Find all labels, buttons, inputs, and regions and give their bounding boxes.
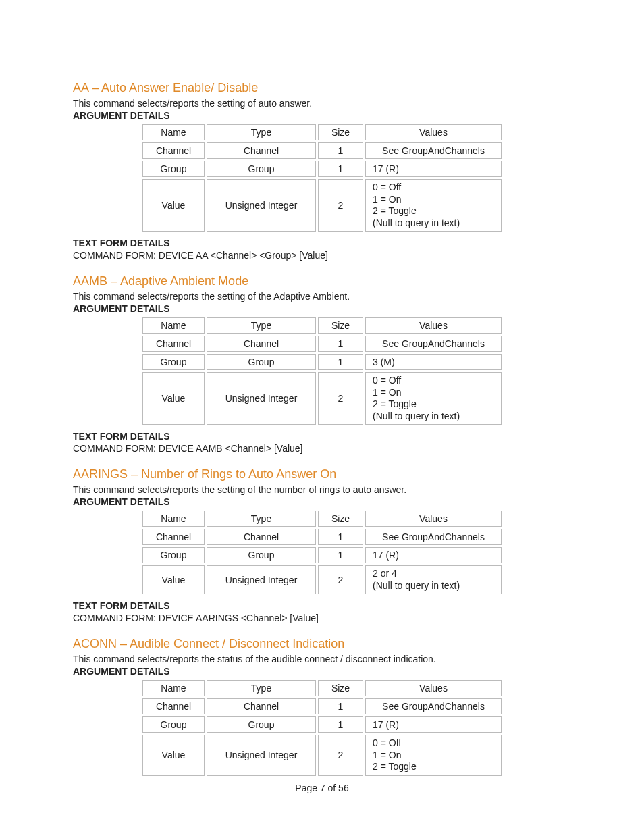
table-row: Channel Channel 1 See GroupAndChannels [142, 529, 502, 545]
cell-values: 2 or 4 (Null to query in text) [365, 565, 502, 594]
command-form-prefix: COMMAND FORM: [73, 613, 159, 623]
cell-values: See GroupAndChannels [365, 336, 502, 352]
cell-size: 2 [318, 565, 363, 594]
table-header-row: Name Type Size Values [142, 680, 502, 696]
th-type: Type [207, 680, 316, 696]
section-title: ACONN – Audible Connect / Disconnect Ind… [73, 637, 571, 651]
cell-values: 0 = Off 1 = On 2 = Toggle (Null to query… [365, 179, 502, 232]
cell-name: Value [142, 735, 205, 776]
table-row: Channel Channel 1 See GroupAndChannels [142, 698, 502, 714]
cell-values: See GroupAndChannels [365, 142, 502, 159]
argument-details-label: ARGUMENT DETAILS [73, 110, 571, 121]
cell-name: Channel [142, 698, 205, 714]
text-form-details-label: TEXT FORM DETAILS [73, 238, 571, 249]
argument-details-label: ARGUMENT DETAILS [73, 666, 571, 677]
argument-details-label: ARGUMENT DETAILS [73, 303, 571, 314]
cell-name: Group [142, 161, 205, 177]
argument-details-label: ARGUMENT DETAILS [73, 496, 571, 507]
cell-type: Channel [207, 142, 316, 159]
cell-size: 1 [318, 529, 363, 545]
cell-type: Channel [207, 336, 316, 352]
argument-table: Name Type Size Values Channel Channel 1 … [140, 315, 504, 427]
th-name: Name [142, 124, 205, 140]
table-row: Channel Channel 1 See GroupAndChannels [142, 336, 502, 352]
cell-name: Group [142, 354, 205, 370]
section-title: AAMB – Adaptive Ambient Mode [73, 274, 571, 288]
table-row: Value Unsigned Integer 2 0 = Off 1 = On … [142, 179, 502, 232]
cell-type: Channel [207, 529, 316, 545]
cell-name: Group [142, 547, 205, 563]
table-row: Group Group 1 17 (R) [142, 161, 502, 177]
cell-type: Group [207, 354, 316, 370]
table-row: Value Unsigned Integer 2 0 = Off 1 = On … [142, 735, 502, 776]
cell-type: Channel [207, 698, 316, 714]
cell-name: Value [142, 179, 205, 232]
command-form-prefix: COMMAND FORM: [73, 443, 159, 454]
cell-values: 17 (R) [365, 716, 502, 733]
argument-table: Name Type Size Values Channel Channel 1 … [140, 509, 504, 596]
cell-values: 17 (R) [365, 547, 502, 563]
cell-size: 2 [318, 372, 363, 425]
cell-values: 17 (R) [365, 161, 502, 177]
cell-values: 0 = Off 1 = On 2 = Toggle (Null to query… [365, 372, 502, 425]
section-aa: AA – Auto Answer Enable/ Disable This co… [73, 81, 571, 261]
th-type: Type [207, 317, 316, 334]
cell-size: 1 [318, 716, 363, 733]
section-aarings: AARINGS – Number of Rings to Auto Answer… [73, 467, 571, 623]
text-form-details-label: TEXT FORM DETAILS [73, 431, 571, 442]
cell-name: Value [142, 372, 205, 425]
argument-table: Name Type Size Values Channel Channel 1 … [140, 678, 504, 778]
section-title: AA – Auto Answer Enable/ Disable [73, 81, 571, 95]
th-size: Size [318, 317, 363, 334]
command-form-value: DEVICE AAMB <Channel> [Value] [159, 443, 303, 454]
argument-table: Name Type Size Values Channel Channel 1 … [140, 122, 504, 234]
cell-values: See GroupAndChannels [365, 529, 502, 545]
section-description: This command selects/reports the setting… [73, 291, 571, 302]
table-row: Group Group 1 17 (R) [142, 547, 502, 563]
cell-type: Unsigned Integer [207, 372, 316, 425]
cell-name: Channel [142, 142, 205, 159]
section-description: This command selects/reports the status … [73, 654, 571, 664]
th-values: Values [365, 680, 502, 696]
th-values: Values [365, 317, 502, 334]
table-header-row: Name Type Size Values [142, 317, 502, 334]
cell-values: 3 (M) [365, 354, 502, 370]
cell-size: 1 [318, 547, 363, 563]
th-name: Name [142, 511, 205, 527]
table-row: Value Unsigned Integer 2 2 or 4 (Null to… [142, 565, 502, 594]
th-values: Values [365, 511, 502, 527]
cell-size: 1 [318, 354, 363, 370]
th-type: Type [207, 511, 316, 527]
cell-type: Group [207, 161, 316, 177]
command-form-prefix: COMMAND FORM: [73, 250, 159, 261]
section-title: AARINGS – Number of Rings to Auto Answer… [73, 467, 571, 481]
document-page: AA – Auto Answer Enable/ Disable This co… [0, 0, 644, 834]
cell-type: Unsigned Integer [207, 735, 316, 776]
cell-type: Unsigned Integer [207, 565, 316, 594]
th-name: Name [142, 680, 205, 696]
cell-type: Group [207, 547, 316, 563]
cell-values: See GroupAndChannels [365, 698, 502, 714]
table-row: Group Group 1 3 (M) [142, 354, 502, 370]
command-form: COMMAND FORM: DEVICE AA <Channel> <Group… [73, 250, 571, 261]
th-type: Type [207, 124, 316, 140]
cell-size: 1 [318, 142, 363, 159]
command-form: COMMAND FORM: DEVICE AAMB <Channel> [Val… [73, 443, 571, 454]
text-form-details-label: TEXT FORM DETAILS [73, 600, 571, 611]
th-values: Values [365, 124, 502, 140]
th-size: Size [318, 124, 363, 140]
cell-size: 1 [318, 698, 363, 714]
section-description: This command selects/reports the setting… [73, 484, 571, 495]
page-footer: Page 7 of 56 [0, 783, 644, 793]
cell-type: Unsigned Integer [207, 179, 316, 232]
cell-size: 2 [318, 735, 363, 776]
th-size: Size [318, 680, 363, 696]
command-form-value: DEVICE AA <Channel> <Group> [Value] [159, 250, 328, 261]
cell-size: 2 [318, 179, 363, 232]
section-aconn: ACONN – Audible Connect / Disconnect Ind… [73, 637, 571, 778]
section-description: This command selects/reports the setting… [73, 98, 571, 109]
cell-name: Channel [142, 336, 205, 352]
command-form-value: DEVICE AARINGS <Channel> [Value] [159, 613, 319, 623]
command-form: COMMAND FORM: DEVICE AARINGS <Channel> [… [73, 613, 571, 623]
cell-size: 1 [318, 336, 363, 352]
